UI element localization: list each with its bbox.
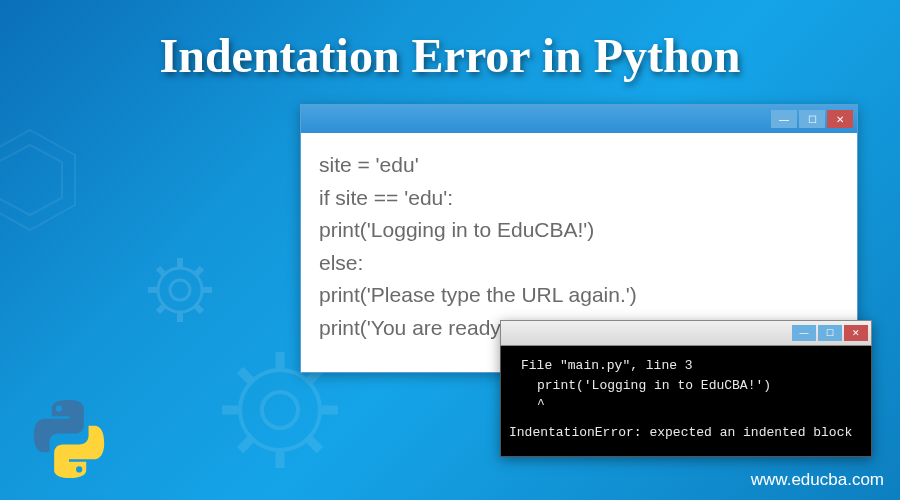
editor-titlebar: — ☐ ✕ xyxy=(301,105,857,133)
maximize-button[interactable]: ☐ xyxy=(818,325,842,341)
terminal-line: print('Logging in to EduCBA!') xyxy=(509,376,863,396)
python-logo-icon xyxy=(26,396,112,482)
maximize-button[interactable]: ☐ xyxy=(799,110,825,128)
svg-line-6 xyxy=(158,268,165,275)
page-title: Indentation Error in Python xyxy=(0,28,900,83)
svg-point-11 xyxy=(262,392,298,428)
bg-hex-decoration xyxy=(0,120,90,240)
minimize-button[interactable]: — xyxy=(792,325,816,341)
terminal-line: File "main.py", line 3 xyxy=(509,356,863,376)
svg-line-8 xyxy=(195,268,202,275)
svg-point-1 xyxy=(170,280,190,300)
close-button[interactable]: ✕ xyxy=(827,110,853,128)
svg-line-7 xyxy=(195,305,202,312)
svg-line-16 xyxy=(240,370,252,382)
site-url: www.educba.com xyxy=(751,470,884,490)
svg-line-19 xyxy=(240,438,252,450)
terminal-window: — ☐ ✕ File "main.py", line 3 print('Logg… xyxy=(500,320,872,457)
svg-line-17 xyxy=(308,438,320,450)
terminal-line: IndentationError: expected an indented b… xyxy=(509,423,863,443)
code-line: print('Please type the URL again.') xyxy=(319,279,839,312)
svg-line-9 xyxy=(158,305,165,312)
code-line: if site == 'edu': xyxy=(319,182,839,215)
terminal-line: ^ xyxy=(509,395,863,415)
minimize-button[interactable]: — xyxy=(771,110,797,128)
code-line: print('Logging in to EduCBA!') xyxy=(319,214,839,247)
terminal-body: File "main.py", line 3 print('Logging in… xyxy=(500,346,872,457)
close-button[interactable]: ✕ xyxy=(844,325,868,341)
svg-marker-20 xyxy=(0,130,75,230)
bg-gear-decoration xyxy=(140,250,220,330)
code-line: else: xyxy=(319,247,839,280)
code-line: site = 'edu' xyxy=(319,149,839,182)
svg-marker-21 xyxy=(0,145,62,215)
terminal-titlebar: — ☐ ✕ xyxy=(500,320,872,346)
